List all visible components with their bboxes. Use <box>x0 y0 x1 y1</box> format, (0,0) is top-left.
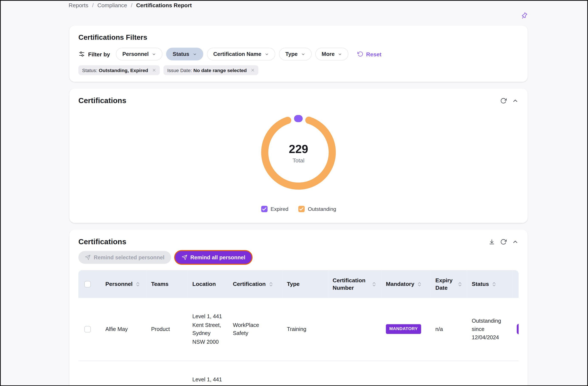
checked-checkbox-icon <box>261 205 268 212</box>
chevron-down-icon <box>338 52 342 56</box>
sort-icon <box>371 281 377 287</box>
row-action-button[interactable] <box>517 324 519 334</box>
filter-dropdown-certification-name[interactable]: Certification Name <box>207 48 275 60</box>
chevron-down-icon <box>152 52 156 56</box>
certifications-donut-chart: 229 Total <box>261 115 336 191</box>
table-row: Level 1, 441 Kent Street, Sydney NSW 200… <box>78 361 519 386</box>
chart-collapse-button[interactable] <box>512 97 519 104</box>
table-collapse-button[interactable] <box>512 238 519 245</box>
filter-dropdown-type[interactable]: Type <box>279 48 312 60</box>
sort-icon <box>491 281 497 287</box>
table-actions-row: Remind selected personnel Remind all per… <box>78 251 519 264</box>
breadcrumb-reports[interactable]: Reports <box>69 2 88 8</box>
donut-center: 229 Total <box>261 115 336 191</box>
refresh-icon <box>500 239 507 245</box>
column-header-type: Type <box>282 270 328 298</box>
legend-label: Expired <box>271 206 289 212</box>
sort-icon <box>268 281 273 287</box>
cell-location: Level 1, 441 Kent Street, Sydney NSW 200… <box>188 298 228 361</box>
cell-expiry-date <box>431 361 467 386</box>
reset-label: Reset <box>366 51 381 57</box>
cell-status: Outstanding since 12/04/2024 <box>467 298 512 361</box>
cell-certification <box>228 361 282 386</box>
filter-dropdown-more[interactable]: More <box>315 48 349 60</box>
breadcrumb-separator: / <box>92 2 93 8</box>
remind-selected-button[interactable]: Remind selected personnel <box>78 251 171 264</box>
legend-item-expired[interactable]: Expired <box>261 205 289 212</box>
chart-refresh-button[interactable] <box>500 98 507 104</box>
remove-issue-date-chip-button[interactable] <box>251 68 255 72</box>
filter-dropdown-status[interactable]: Status <box>166 48 203 60</box>
row-checkbox[interactable] <box>84 326 91 332</box>
chip-label: Issue Date: <box>167 67 192 73</box>
filters-card-title: Certifications Filters <box>78 33 519 42</box>
reset-button[interactable]: Reset <box>357 51 381 57</box>
column-label: Certification <box>233 280 266 288</box>
close-icon <box>251 68 255 72</box>
download-icon <box>489 239 495 245</box>
remind-all-label: Remind all personnel <box>190 254 245 260</box>
table-header-row: Personnel Teams Location Certification <box>78 270 519 298</box>
legend-item-outstanding[interactable]: Outstanding <box>298 205 336 212</box>
cell-select <box>78 361 101 386</box>
breadcrumb-compliance[interactable]: Compliance <box>97 2 127 8</box>
certifications-report-page: Reports / Compliance / Certifications Re… <box>0 0 588 386</box>
chart-legend: Expired Outstanding <box>78 205 519 212</box>
column-header-expiry-date[interactable]: Expiry Date <box>431 270 467 298</box>
column-label: Certification Number <box>333 276 369 292</box>
column-label: Personnel <box>105 280 133 288</box>
cell-certification-number <box>328 361 381 386</box>
reset-icon <box>357 51 363 57</box>
column-label: Location <box>192 280 216 288</box>
column-header-personnel[interactable]: Personnel <box>101 270 147 298</box>
send-icon <box>85 254 91 260</box>
cell-expiry-date: n/a <box>431 298 467 361</box>
table-row: Alfie May Product Level 1, 441 Kent Stre… <box>78 298 519 361</box>
cell-actions <box>512 298 519 361</box>
column-header-status[interactable]: Status <box>467 270 512 298</box>
pin-button[interactable] <box>520 12 528 20</box>
cell-location: Level 1, 441 Kent Street, Sydney NSW 200… <box>188 361 228 386</box>
column-label: Expiry Date <box>436 276 455 292</box>
select-all-checkbox[interactable] <box>84 281 91 287</box>
filters-card: Certifications Filters Filter by Personn… <box>69 25 528 82</box>
chip-label: Status: <box>82 67 97 73</box>
table-refresh-button[interactable] <box>500 239 507 245</box>
dropdown-label: Type <box>285 51 298 57</box>
send-icon <box>181 254 187 260</box>
filter-icon <box>78 51 85 57</box>
column-header-mandatory[interactable]: Mandatory <box>381 270 431 298</box>
column-header-certification[interactable]: Certification <box>228 270 282 298</box>
column-header-certification-number[interactable]: Certification Number <box>328 270 381 298</box>
close-icon <box>152 68 156 72</box>
download-button[interactable] <box>489 239 495 245</box>
chart-total-value: 229 <box>289 143 308 156</box>
breadcrumb-separator: / <box>131 2 132 8</box>
sort-icon <box>457 281 463 287</box>
chart-card: Certifications 229 Total <box>69 89 528 223</box>
cell-type: Training <box>282 298 328 361</box>
select-all-cell <box>78 270 101 298</box>
cell-teams <box>147 361 188 386</box>
column-header-location: Location <box>188 270 228 298</box>
dropdown-label: More <box>322 51 335 57</box>
cell-mandatory: MANDATORY <box>381 298 431 361</box>
column-header-actions <box>512 270 519 298</box>
column-label: Mandatory <box>386 280 414 288</box>
remind-all-button[interactable]: Remind all personnel <box>175 251 252 264</box>
remove-status-chip-button[interactable] <box>152 68 156 72</box>
filter-chip-issue-date: Issue Date: No date range selected <box>164 65 258 75</box>
cell-status <box>467 361 512 386</box>
cell-actions <box>512 361 519 386</box>
chip-value: No date range selected <box>193 67 247 73</box>
chevron-down-icon <box>193 52 197 56</box>
filter-dropdown-personnel[interactable]: Personnel <box>116 48 163 60</box>
remind-selected-label: Remind selected personnel <box>94 254 165 260</box>
breadcrumb: Reports / Compliance / Certifications Re… <box>69 2 192 8</box>
filter-by-group: Filter by <box>78 51 110 57</box>
dropdown-label: Personnel <box>122 51 149 57</box>
cell-type <box>282 361 328 386</box>
chevron-up-icon <box>512 238 519 245</box>
column-label: Type <box>287 280 299 288</box>
chart-total-label: Total <box>293 157 304 164</box>
